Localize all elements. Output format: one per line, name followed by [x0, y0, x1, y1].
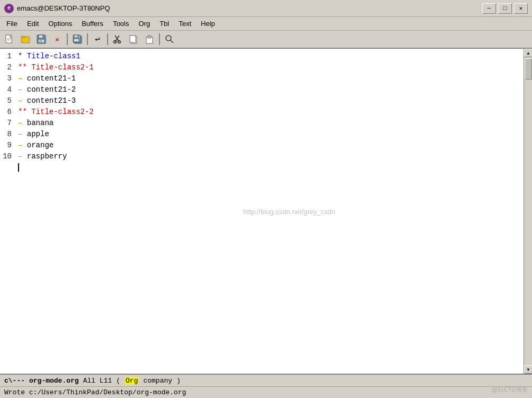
menu-item-tbl[interactable]: Tbl — [155, 19, 173, 29]
line-number-9: 9 — [0, 140, 16, 151]
line-number-3: 3 — [0, 73, 16, 84]
line-2: 2** Title-class2-1 — [0, 62, 524, 73]
main-area: http://blog.csdn.net/grey_csdn 1* Title-… — [0, 49, 532, 374]
window-controls: ─ □ ✕ — [482, 3, 528, 14]
emacs-logo-icon: e — [4, 4, 14, 13]
line-content-6: ** Title-class2-2 — [16, 107, 524, 118]
menu-item-text[interactable]: Text — [174, 19, 196, 29]
lines-container: 1* Title-class12** Title-class2-13– cont… — [0, 51, 524, 162]
line-4: 4– content21-2 — [0, 84, 524, 95]
line-number-1: 1 — [0, 51, 16, 62]
line-number-11 — [0, 162, 16, 173]
line-content-1: * Title-class1 — [16, 51, 524, 62]
title-bar: e emacs@DESKTOP-3T80NPQ ─ □ ✕ — [0, 0, 532, 17]
svg-rect-12 — [74, 35, 78, 38]
line-cursor — [0, 162, 524, 173]
cursor-content — [16, 162, 524, 173]
line-content-8: – apple — [16, 129, 524, 140]
open-file-button[interactable] — [18, 32, 33, 46]
status-filename: org-mode.org — [29, 377, 79, 385]
undo-button[interactable]: ↩ — [90, 32, 105, 46]
scroll-up-button[interactable]: ▲ — [524, 49, 532, 57]
menu-item-edit[interactable]: Edit — [23, 19, 43, 29]
line-1: 1* Title-class1 — [0, 51, 524, 62]
scroll-thumb[interactable] — [525, 58, 532, 79]
menu-item-file[interactable]: File — [2, 19, 22, 29]
menu-bar: FileEditOptionsBuffersToolsOrgTblTextHel… — [0, 17, 532, 31]
scrollbar: ▲ ▼ — [524, 49, 532, 374]
menu-item-tools[interactable]: Tools — [109, 19, 133, 29]
scroll-down-button[interactable]: ▼ — [524, 365, 532, 374]
line-content-9: – orange — [16, 140, 524, 151]
line-content-7: – banana — [16, 118, 524, 129]
status-paren-open: ( — [116, 377, 120, 385]
svg-line-23 — [171, 40, 173, 43]
save-button[interactable] — [34, 32, 49, 46]
line-content-3: – content21-1 — [16, 73, 524, 84]
line-content-4: – content21-2 — [16, 84, 524, 95]
line-number-5: 5 — [0, 95, 16, 107]
svg-rect-13 — [74, 39, 79, 42]
close-button[interactable]: ✕ — [514, 3, 528, 14]
copy-button[interactable] — [126, 32, 141, 46]
new-file-button[interactable] — [2, 32, 17, 46]
menu-item-org[interactable]: Org — [134, 19, 154, 29]
branding-logo: @51CTO博客 — [492, 386, 528, 394]
menu-item-buffers[interactable]: Buffers — [77, 19, 108, 29]
separator-4 — [159, 33, 160, 45]
save-copy-button[interactable] — [70, 32, 85, 46]
line-6: 6** Title-class2-2 — [0, 107, 524, 118]
line-number-7: 7 — [0, 118, 16, 129]
status-paren-close: ) — [176, 377, 181, 385]
svg-rect-21 — [148, 36, 151, 38]
menu-item-help[interactable]: Help — [197, 19, 219, 29]
line-content-5: – content21-3 — [16, 95, 524, 107]
status-minor-mode: company — [143, 377, 172, 385]
status-bar: c\--- org-mode.org All L11 ( Org company… — [0, 374, 532, 386]
line-number-8: 8 — [0, 129, 16, 140]
line-number-10: 10 — [0, 151, 16, 162]
line-5: 5– content21-3 — [0, 95, 524, 107]
line-10: 10– raspberry — [0, 151, 524, 162]
line-number-6: 6 — [0, 107, 16, 118]
separator-3 — [107, 33, 108, 45]
separator-2 — [87, 33, 88, 45]
toolbar: ✕ ↩ — [0, 31, 532, 49]
svg-rect-5 — [21, 36, 25, 38]
svg-rect-19 — [130, 36, 136, 42]
status-major-mode: Org — [125, 377, 139, 385]
separator-1 — [67, 33, 68, 45]
line-9: 9– orange — [0, 140, 524, 151]
status-mode-indicator: c\--- — [4, 377, 25, 385]
line-8: 8– apple — [0, 129, 524, 140]
search-button[interactable] — [162, 32, 177, 46]
line-content-2: ** Title-class2-1 — [16, 62, 524, 73]
bottom-message: Wrote c:/Users/ThinkPad/Desktop/org-mode… — [0, 386, 532, 398]
menu-item-options[interactable]: Options — [44, 19, 76, 29]
svg-rect-9 — [39, 40, 42, 42]
bottom-message-text: Wrote c:/Users/ThinkPad/Desktop/org-mode… — [4, 388, 186, 396]
line-3: 3– content21-1 — [0, 73, 524, 84]
line-number-4: 4 — [0, 84, 16, 95]
svg-point-22 — [166, 36, 171, 41]
status-position: All L11 — [83, 377, 112, 385]
title-left: e emacs@DESKTOP-3T80NPQ — [4, 4, 110, 13]
maximize-button[interactable]: □ — [498, 3, 512, 14]
minimize-button[interactable]: ─ — [482, 3, 496, 14]
line-7: 7– banana — [0, 118, 524, 129]
editor[interactable]: http://blog.csdn.net/grey_csdn 1* Title-… — [0, 49, 524, 374]
cut-button[interactable] — [110, 32, 125, 46]
scroll-track[interactable] — [524, 57, 532, 365]
line-content-10: – raspberry — [16, 151, 524, 162]
paste-button[interactable] — [142, 32, 157, 46]
line-number-2: 2 — [0, 62, 16, 73]
window-title: emacs@DESKTOP-3T80NPQ — [17, 4, 110, 12]
watermark: http://blog.csdn.net/grey_csdn — [243, 207, 335, 215]
close-file-button[interactable]: ✕ — [50, 32, 65, 46]
svg-rect-7 — [39, 35, 43, 38]
